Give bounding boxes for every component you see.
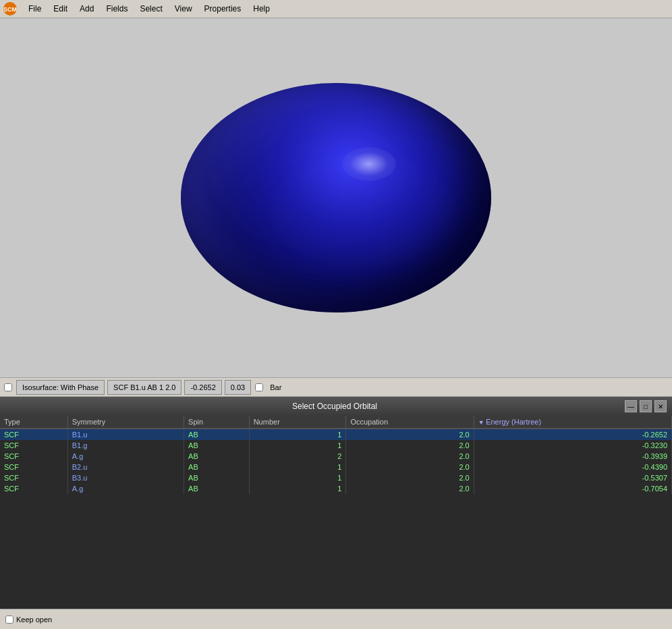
cell-type: SCF <box>0 440 67 451</box>
dialog-title: Select Occupied Orbital <box>46 402 623 411</box>
cell-occupation: 2.0 <box>346 483 474 494</box>
menu-select[interactable]: Select <box>134 3 167 15</box>
menu-fields[interactable]: Fields <box>101 3 133 15</box>
svg-text:SCM: SCM <box>3 6 17 13</box>
scm-logo: SCM <box>3 1 18 16</box>
cell-symmetry: B1.u <box>67 429 184 440</box>
dialog-minimize-button[interactable]: — <box>625 400 637 412</box>
cell-number: 2 <box>249 451 346 462</box>
table-header-row: Type Symmetry Spin Number Occupation ▼ E… <box>0 416 672 429</box>
dialog: Select Occupied Orbital — □ ✕ Type Symme… <box>0 397 672 629</box>
scf-label: SCF B1.u AB 1 2.0 <box>107 380 181 395</box>
cell-symmetry: B1.g <box>67 440 184 451</box>
menu-add[interactable]: Add <box>74 3 99 15</box>
viewport <box>0 18 672 378</box>
dialog-close-button[interactable]: ✕ <box>654 400 667 412</box>
cell-number: 1 <box>249 440 346 451</box>
table-row[interactable]: SCF A.g AB 1 2.0 -0.7054 <box>0 483 672 494</box>
col-occupation[interactable]: Occupation <box>346 416 474 429</box>
table-row[interactable]: SCF B1.g AB 1 2.0 -0.3230 <box>0 440 672 451</box>
dialog-body: Type Symmetry Spin Number Occupation ▼ E… <box>0 416 672 494</box>
dialog-maximize-button[interactable]: □ <box>640 400 652 412</box>
menu-file[interactable]: File <box>23 3 47 15</box>
cell-spin: AB <box>184 483 250 494</box>
menu-help[interactable]: Help <box>248 3 275 15</box>
cell-number: 1 <box>249 462 346 472</box>
cell-occupation: 2.0 <box>346 440 474 451</box>
cell-number: 1 <box>249 483 346 494</box>
energy-value: -0.2652 <box>184 380 221 395</box>
table-row[interactable]: SCF A.g AB 2 2.0 -0.3939 <box>0 451 672 462</box>
cell-energy: -0.3939 <box>474 451 671 462</box>
cell-number: 1 <box>249 472 346 483</box>
col-energy[interactable]: ▼ Energy (Hartree) <box>474 416 671 429</box>
cell-energy: -0.4390 <box>474 462 671 472</box>
cell-number: 1 <box>249 429 346 440</box>
cell-type: SCF <box>0 429 67 440</box>
orbital-highlight <box>342 147 396 181</box>
bar-label: Bar <box>270 383 281 391</box>
statusbar: Isosurface: With Phase SCF B1.u AB 1 2.0… <box>0 377 672 397</box>
cell-occupation: 2.0 <box>346 429 474 440</box>
cell-spin: AB <box>184 429 250 440</box>
cell-occupation: 2.0 <box>346 451 474 462</box>
orbital-table: Type Symmetry Spin Number Occupation ▼ E… <box>0 416 672 494</box>
orbital-table-body: SCF B1.u AB 1 2.0 -0.2652 SCF B1.g AB 1 … <box>0 429 672 494</box>
isovalue: 0.03 <box>225 380 251 395</box>
cell-spin: AB <box>184 451 250 462</box>
cell-type: SCF <box>0 462 67 472</box>
status-checkbox[interactable] <box>4 383 12 391</box>
menu-edit[interactable]: Edit <box>48 3 73 15</box>
cell-spin: AB <box>184 472 250 483</box>
cell-spin: AB <box>184 462 250 472</box>
col-spin[interactable]: Spin <box>184 416 250 429</box>
cell-energy: -0.7054 <box>474 483 671 494</box>
keep-open-label: Keep open <box>16 616 52 624</box>
col-type[interactable]: Type <box>0 416 67 429</box>
col-symmetry[interactable]: Symmetry <box>67 416 184 429</box>
cell-occupation: 2.0 <box>346 472 474 483</box>
scm-logo-icon: SCM <box>3 1 18 16</box>
col-number[interactable]: Number <box>249 416 346 429</box>
table-row[interactable]: SCF B1.u AB 1 2.0 -0.2652 <box>0 429 672 440</box>
menu-view[interactable]: View <box>169 3 198 15</box>
table-row[interactable]: SCF B3.u AB 1 2.0 -0.5307 <box>0 472 672 483</box>
cell-type: SCF <box>0 472 67 483</box>
dialog-titlebar: Select Occupied Orbital — □ ✕ <box>0 397 672 416</box>
bar-checkbox[interactable] <box>255 383 263 391</box>
cell-spin: AB <box>184 440 250 451</box>
isosurface-label: Isosurface: With Phase <box>16 380 105 395</box>
cell-occupation: 2.0 <box>346 462 474 472</box>
menu-properties[interactable]: Properties <box>199 3 247 15</box>
menubar: SCM File Edit Add Fields Select View Pro… <box>0 0 672 18</box>
table-row[interactable]: SCF B2.u AB 1 2.0 -0.4390 <box>0 462 672 472</box>
cell-symmetry: A.g <box>67 483 184 494</box>
cell-energy: -0.5307 <box>474 472 671 483</box>
cell-type: SCF <box>0 451 67 462</box>
cell-energy: -0.3230 <box>474 440 671 451</box>
cell-type: SCF <box>0 483 67 494</box>
cell-symmetry: A.g <box>67 451 184 462</box>
cell-symmetry: B2.u <box>67 462 184 472</box>
bottom-bar: Keep open <box>0 609 672 629</box>
cell-energy: -0.2652 <box>474 429 671 440</box>
keep-open-checkbox[interactable] <box>5 616 13 624</box>
orbital-blob <box>181 83 491 312</box>
cell-symmetry: B3.u <box>67 472 184 483</box>
